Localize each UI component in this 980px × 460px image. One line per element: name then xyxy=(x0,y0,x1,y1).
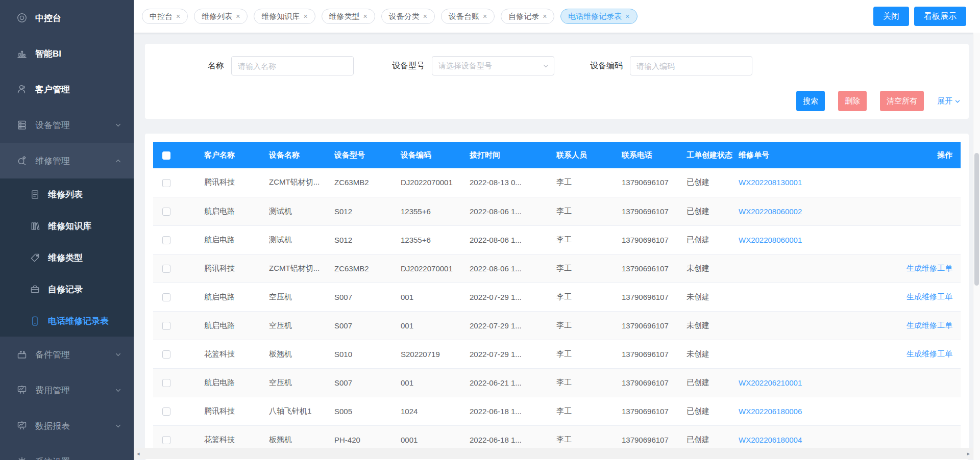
delete-button[interactable]: 删除 xyxy=(838,91,867,111)
sidebar-item-label: 数据报表 xyxy=(35,420,70,432)
code-input[interactable] xyxy=(630,56,752,75)
chevron-down-icon xyxy=(115,122,121,129)
bar-chart-icon xyxy=(16,48,28,59)
sidebar-item-repairs[interactable]: 维修管理 xyxy=(0,143,134,178)
sidebar-item-console[interactable]: 中控台 xyxy=(0,0,134,36)
order-no-link[interactable]: WX202208130001 xyxy=(739,178,802,187)
tab-close-icon[interactable]: × xyxy=(303,13,307,20)
order-no-link[interactable]: WX202206180006 xyxy=(739,407,802,416)
sidebar-item-repair-list[interactable]: 维修列表 xyxy=(0,178,134,210)
scrollbar-thumb[interactable] xyxy=(974,153,979,286)
cell-model: S005 xyxy=(334,397,401,425)
expand-toggle[interactable]: 展开 xyxy=(937,96,961,106)
order-no-link[interactable]: WX202208060002 xyxy=(739,207,802,216)
sidebar-item-spares[interactable]: 备件管理 xyxy=(0,337,134,372)
cell-device: 测试机 xyxy=(269,197,334,225)
tab[interactable]: 自修记录 × xyxy=(501,9,554,24)
sidebar-item-repair-knowledge[interactable]: 维修知识库 xyxy=(0,210,134,242)
console-icon xyxy=(16,12,28,23)
cell-code: 12355+6 xyxy=(401,197,470,225)
cell-actions xyxy=(859,197,961,225)
search-card: 名称 设备型号 请选择设备型号 设备编码 搜索 删除 清 xyxy=(145,44,969,119)
cell-phone: 13790696107 xyxy=(622,368,687,397)
tab-close-icon[interactable]: × xyxy=(543,13,547,20)
cell-order-status: 未创建 xyxy=(687,254,739,283)
close-button[interactable]: 关闭 xyxy=(873,7,909,26)
horizontal-scrollbar[interactable]: ◂ ▸ xyxy=(134,448,973,459)
tab[interactable]: 维修类型 × xyxy=(322,9,375,24)
select-all-checkbox[interactable] xyxy=(162,151,170,160)
tab-close-icon[interactable]: × xyxy=(423,13,427,20)
tab[interactable]: 中控台 × xyxy=(142,9,188,24)
tab-close-icon[interactable]: × xyxy=(483,13,487,20)
cell-actions xyxy=(859,168,961,197)
row-checkbox[interactable] xyxy=(162,350,170,359)
row-checkbox[interactable] xyxy=(162,322,170,330)
tab[interactable]: 设备分类 × xyxy=(381,9,435,24)
name-input[interactable] xyxy=(231,56,354,75)
row-checkbox[interactable] xyxy=(162,179,170,187)
row-checkbox[interactable] xyxy=(162,208,170,216)
tab-close-icon[interactable]: × xyxy=(625,13,629,20)
col-code: 设备编码 xyxy=(401,142,470,168)
table-row: 腾讯科技 ZCMT铝材切... ZC63MB2 DJ2022070001 202… xyxy=(153,168,961,197)
generate-work-order-link[interactable]: 生成维修工单 xyxy=(906,349,952,358)
sidebar-item-reports[interactable]: 数据报表 xyxy=(0,408,134,444)
order-no-link[interactable]: WX202206210001 xyxy=(739,378,802,387)
row-checkbox[interactable] xyxy=(162,293,170,301)
cell-call-time: 2022-06-21 1... xyxy=(470,368,556,397)
search-button[interactable]: 搜索 xyxy=(796,91,825,111)
app-root: 中控台 智能BI 客户管理 设备管理 维修管理 维修列表 xyxy=(0,0,980,460)
filter-actions: 搜索 删除 清空所有 展开 xyxy=(145,91,969,111)
sidebar-item-customers[interactable]: 客户管理 xyxy=(0,71,134,107)
cell-call-time: 2022-08-06 1... xyxy=(470,197,556,225)
sidebar-item-label: 智能BI xyxy=(35,48,61,60)
briefcase-icon xyxy=(30,284,40,295)
sidebar-item-self-repair[interactable]: 自修记录 xyxy=(0,273,134,305)
sidebar-item-devices[interactable]: 设备管理 xyxy=(0,107,134,143)
tab[interactable]: 设备台账 × xyxy=(441,9,495,24)
tab[interactable]: 维修列表 × xyxy=(194,9,248,24)
tab-label: 电话维修记录表 xyxy=(568,12,622,21)
tab-label: 设备台账 xyxy=(449,12,479,21)
generate-work-order-link[interactable]: 生成维修工单 xyxy=(906,321,952,329)
cell-contact: 李工 xyxy=(556,168,622,197)
tab-label: 维修知识库 xyxy=(261,12,300,21)
tab-close-icon[interactable]: × xyxy=(363,13,368,20)
cell-phone: 13790696107 xyxy=(622,197,687,225)
board-display-button[interactable]: 看板展示 xyxy=(914,7,966,26)
scroll-right-icon[interactable]: ▸ xyxy=(967,451,970,456)
sidebar-item-label: 费用管理 xyxy=(35,385,70,396)
tab[interactable]: 维修知识库 × xyxy=(254,9,315,24)
row-checkbox[interactable] xyxy=(162,407,170,416)
row-checkbox[interactable] xyxy=(162,436,170,444)
cell-phone: 13790696107 xyxy=(622,311,687,340)
row-checkbox[interactable] xyxy=(162,236,170,244)
document-icon xyxy=(30,189,40,200)
order-no-link[interactable]: WX202208060001 xyxy=(739,236,802,244)
tags-bar: 中控台 × 维修列表 × 维修知识库 × 维修类型 xyxy=(134,0,980,33)
vertical-scrollbar[interactable] xyxy=(973,33,980,460)
cell-order-status: 已创建 xyxy=(687,168,739,197)
sidebar-item-costs[interactable]: 费用管理 xyxy=(0,372,134,408)
cell-device: 板翘机 xyxy=(269,340,334,368)
scroll-left-icon[interactable]: ◂ xyxy=(137,451,140,456)
cell-code: DJ2022070001 xyxy=(401,254,470,283)
sidebar-item-bi[interactable]: 智能BI xyxy=(0,36,134,71)
sidebar-item-settings[interactable]: 系统设置 xyxy=(0,444,134,460)
generate-work-order-link[interactable]: 生成维修工单 xyxy=(906,264,952,272)
model-select[interactable]: 请选择设备型号 xyxy=(432,56,554,75)
cell-customer: 航启电路 xyxy=(204,225,269,254)
row-checkbox[interactable] xyxy=(162,265,170,273)
generate-work-order-link[interactable]: 生成维修工单 xyxy=(906,292,952,301)
row-checkbox[interactable] xyxy=(162,379,170,387)
tab-close-icon[interactable]: × xyxy=(176,13,180,20)
sidebar-item-label: 设备管理 xyxy=(35,119,70,131)
clear-all-button[interactable]: 清空所有 xyxy=(880,91,924,111)
tab[interactable]: 电话维修记录表 × xyxy=(560,9,637,24)
order-no-link[interactable]: WX202206180004 xyxy=(739,436,802,444)
cell-order-no: WX202206210001 xyxy=(739,368,859,397)
sidebar-item-repair-type[interactable]: 维修类型 xyxy=(0,242,134,273)
sidebar-item-phone-repair-records[interactable]: 电话维修记录表 xyxy=(0,305,134,337)
tab-close-icon[interactable]: × xyxy=(236,13,240,20)
